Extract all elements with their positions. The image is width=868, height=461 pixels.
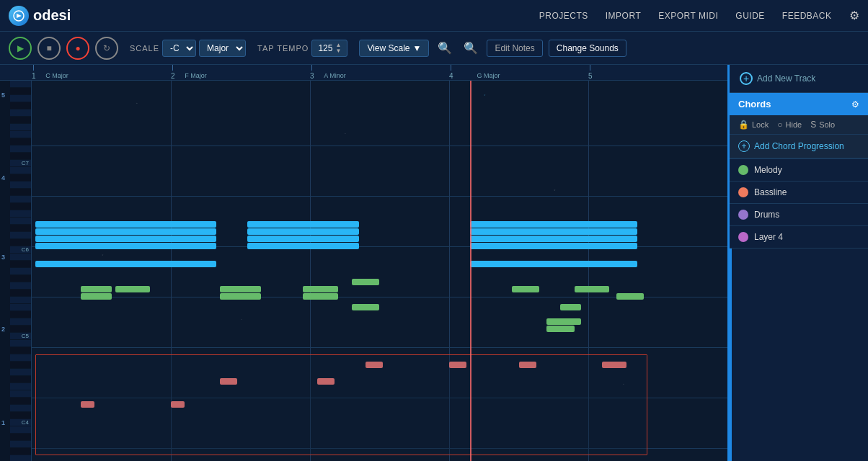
edit-notes-button[interactable]: Edit Notes <box>487 40 542 57</box>
scale-key-select[interactable]: -C-D-E <box>162 40 196 57</box>
piano-key-a7[interactable] <box>10 95 31 102</box>
piano-key-g#5[interactable] <box>10 275 31 282</box>
note-salmon-1[interactable] <box>366 362 383 368</box>
note-green-3[interactable] <box>115 286 150 292</box>
nav-guide[interactable]: GUIDE <box>735 11 765 21</box>
piano-key-c#6[interactable] <box>10 239 31 246</box>
note-green-1[interactable] <box>81 286 112 292</box>
piano-key-d6[interactable] <box>10 232 31 239</box>
piano-key-a#4[interactable] <box>10 347 31 354</box>
piano-key-e5[interactable] <box>10 304 31 311</box>
piano-key-a#6[interactable] <box>10 174 31 182</box>
piano-key-g4[interactable] <box>10 369 31 376</box>
note-green-9[interactable] <box>352 304 380 310</box>
piano-key-g#7[interactable] <box>10 102 31 109</box>
note-cyan-8[interactable] <box>247 236 358 242</box>
piano-key-f#5[interactable] <box>10 290 31 297</box>
add-track-button[interactable]: + Add New Track <box>730 65 868 93</box>
nav-export-midi[interactable]: EXPORT MIDI <box>658 11 718 21</box>
view-scale-button[interactable]: View Scale ▼ <box>359 40 429 57</box>
note-cyan-11[interactable] <box>470 228 637 235</box>
grid-area[interactable]: ★ ★ ★ ★ ★ ★ ★ <box>32 81 727 461</box>
note-cyan-3[interactable] <box>35 236 216 242</box>
add-chord-button[interactable]: + Add Chord Progression <box>730 135 868 158</box>
note-green-7[interactable] <box>303 293 337 300</box>
stop-button[interactable]: ■ <box>37 37 61 60</box>
piano-key-d#6[interactable] <box>10 225 31 232</box>
note-salmon-4[interactable] <box>602 362 626 368</box>
piano-key-f4[interactable] <box>10 383 31 390</box>
piano-key-d5[interactable] <box>10 318 31 326</box>
search-button[interactable]: 🔍 <box>435 38 455 58</box>
note-green-4[interactable] <box>220 286 262 292</box>
piano-key-b5[interactable] <box>10 254 31 261</box>
piano-key-c#4[interactable] <box>10 412 31 419</box>
piano-key-c7[interactable]: C7 <box>10 160 31 167</box>
note-cyan-10[interactable] <box>470 221 637 228</box>
piano-key-f#7[interactable] <box>10 117 31 124</box>
track-item-bassline[interactable]: Bassline <box>730 182 868 204</box>
note-green-15[interactable] <box>546 326 575 332</box>
piano-key-a4[interactable] <box>10 354 31 362</box>
piano-key-a#7[interactable] <box>10 88 31 95</box>
nav-feedback[interactable]: FEEDBACK <box>782 11 832 21</box>
settings-icon[interactable]: ⚙ <box>849 9 860 22</box>
piano-key-c4[interactable]: C4 <box>10 419 31 426</box>
note-cyan-9[interactable] <box>247 243 358 249</box>
piano-key-c#5[interactable] <box>10 326 31 333</box>
note-green-14[interactable] <box>546 318 581 325</box>
note-cyan-4[interactable] <box>35 243 216 249</box>
note-cyan-12[interactable] <box>470 236 637 242</box>
piano-key-g5[interactable] <box>10 282 31 290</box>
note-salmon-3[interactable] <box>519 362 536 368</box>
piano-key-f5[interactable] <box>10 297 31 304</box>
note-cyan-2[interactable] <box>35 228 216 235</box>
scroll-area[interactable]: 5 4 3 2 1 C7C6C5C4C3C2C1 ★ ★ ★ ★ ★ <box>0 81 727 461</box>
record-button[interactable]: ● <box>66 37 89 60</box>
note-salmon-7[interactable] <box>81 401 94 408</box>
lock-control[interactable]: 🔒 Lock <box>738 120 769 130</box>
change-sounds-button[interactable]: Change Sounds <box>549 40 626 57</box>
chords-gear-icon[interactable]: ⚙ <box>851 99 859 109</box>
piano-key-c5[interactable]: C5 <box>10 333 31 340</box>
note-cyan-13[interactable] <box>470 243 637 249</box>
piano-key-b3[interactable] <box>10 426 31 434</box>
piano-key-d4[interactable] <box>10 405 31 412</box>
piano-key-g#6[interactable] <box>10 189 31 196</box>
note-cyan-1[interactable] <box>35 221 216 228</box>
piano-key-e4[interactable] <box>10 390 31 398</box>
piano-key-b7[interactable] <box>10 81 31 88</box>
piano-key-a5[interactable] <box>10 268 31 275</box>
piano-key-e7[interactable] <box>10 131 31 138</box>
track-item-layer4[interactable]: Layer 4 <box>730 226 868 249</box>
zoom-out-button[interactable]: 🔍 <box>461 38 481 58</box>
piano-key-d7[interactable] <box>10 146 31 153</box>
piano-key-d#7[interactable] <box>10 138 31 146</box>
scale-type-select[interactable]: MajorMinor <box>199 40 246 57</box>
hide-control[interactable]: ○ Hide <box>777 120 802 130</box>
piano-key-c#7[interactable] <box>10 153 31 160</box>
play-button[interactable]: ▶ <box>9 37 32 60</box>
piano-key-a6[interactable] <box>10 182 31 189</box>
solo-control[interactable]: S Solo <box>810 120 835 130</box>
nav-import[interactable]: IMPORT <box>606 11 641 21</box>
piano-key-a#3[interactable] <box>10 434 31 441</box>
note-cyan-7[interactable] <box>247 228 358 235</box>
tempo-down[interactable]: ▼ <box>335 48 341 54</box>
piano-key-c6[interactable]: C6 <box>10 246 31 254</box>
nav-projects[interactable]: PROJECTS <box>539 11 588 21</box>
piano-key-f#4[interactable] <box>10 376 31 383</box>
note-salmon-2[interactable] <box>449 362 466 368</box>
note-green-8[interactable] <box>352 279 380 285</box>
piano-key-d#4[interactable] <box>10 398 31 405</box>
note-salmon-8[interactable] <box>171 401 185 408</box>
note-green-11[interactable] <box>575 286 609 292</box>
track-item-drums[interactable]: Drums <box>730 204 868 226</box>
note-salmon-6[interactable] <box>317 378 335 385</box>
track-item-melody[interactable]: Melody <box>730 159 868 182</box>
note-green-2[interactable] <box>81 293 112 300</box>
piano-key-b4[interactable] <box>10 340 31 347</box>
piano-key-g6[interactable] <box>10 196 31 203</box>
note-cyan-5[interactable] <box>35 261 216 267</box>
piano-key-e6[interactable] <box>10 218 31 225</box>
